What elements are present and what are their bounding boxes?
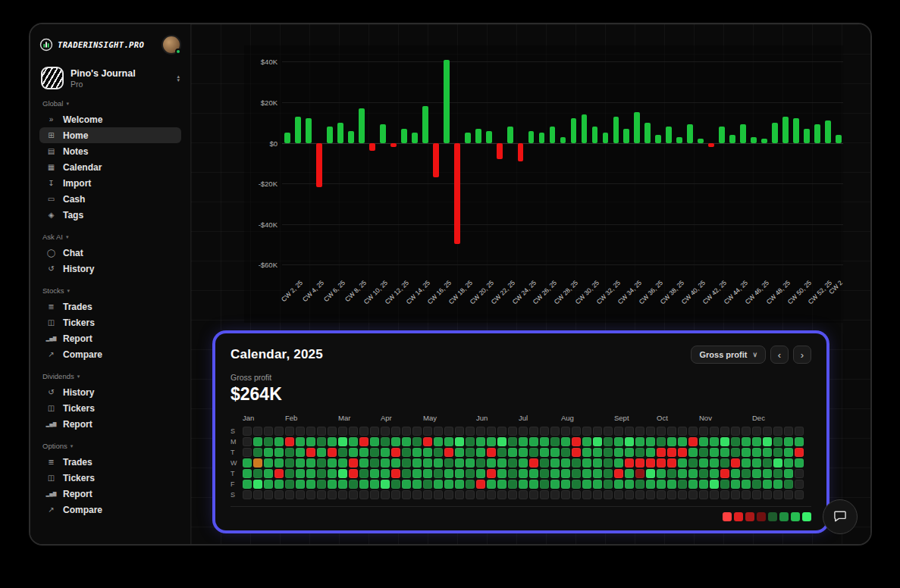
heatmap-cell[interactable] — [593, 458, 602, 468]
heatmap-cell[interactable] — [349, 458, 358, 468]
heatmap-cell[interactable] — [540, 437, 549, 446]
heatmap-cell[interactable] — [784, 448, 793, 457]
heatmap-cell[interactable] — [699, 480, 708, 489]
heatmap-cell[interactable] — [752, 437, 761, 446]
heatmap-cell[interactable] — [529, 458, 538, 468]
heatmap-cell[interactable] — [476, 458, 485, 468]
heatmap-cell[interactable] — [497, 469, 506, 478]
heatmap-cell[interactable] — [391, 469, 400, 478]
heatmap-cell[interactable] — [678, 458, 687, 468]
heatmap-cell[interactable] — [508, 458, 517, 468]
heatmap-cell[interactable] — [784, 480, 793, 489]
heatmap-cell[interactable] — [381, 458, 390, 468]
heatmap-cell[interactable] — [763, 480, 772, 489]
heatmap-cell[interactable] — [338, 480, 347, 489]
heatmap-cell[interactable] — [338, 469, 347, 478]
heatmap-cell[interactable] — [412, 458, 422, 468]
heatmap-cell[interactable] — [444, 448, 453, 457]
heatmap-cell[interactable] — [359, 458, 368, 468]
heatmap-cell[interactable] — [678, 448, 687, 457]
heatmap-cell[interactable] — [423, 480, 432, 489]
heatmap-cell[interactable] — [582, 469, 591, 478]
heatmap-cell[interactable] — [582, 480, 591, 489]
heatmap-cell[interactable] — [402, 480, 411, 489]
heatmap-cell[interactable] — [519, 480, 528, 489]
heatmap-cell[interactable] — [550, 469, 560, 478]
heatmap-cell[interactable] — [412, 480, 422, 489]
heatmap-cell[interactable] — [455, 458, 464, 468]
heatmap-cell[interactable] — [710, 469, 719, 478]
heatmap-cell[interactable] — [370, 469, 379, 478]
heatmap-cell[interactable] — [572, 448, 581, 457]
heatmap-cell[interactable] — [487, 480, 496, 489]
heatmap-cell[interactable] — [508, 448, 517, 457]
heatmap-cell[interactable] — [338, 458, 347, 468]
heatmap-cell[interactable] — [274, 437, 284, 446]
heatmap-cell[interactable] — [423, 469, 432, 478]
heatmap-cell[interactable] — [391, 458, 400, 468]
heatmap-cell[interactable] — [349, 437, 358, 446]
heatmap-cell[interactable] — [625, 437, 634, 446]
heatmap-cell[interactable] — [328, 469, 337, 478]
heatmap-cell[interactable] — [657, 448, 666, 457]
heatmap-cell[interactable] — [402, 437, 411, 446]
heatmap-cell[interactable] — [529, 480, 538, 489]
heatmap-cell[interactable] — [370, 458, 379, 468]
heatmap-cell[interactable] — [540, 458, 549, 468]
heatmap-cell[interactable] — [540, 448, 549, 457]
heatmap-cell[interactable] — [614, 458, 623, 468]
sidebar-item-stocks-report[interactable]: ▂▅▇Report — [39, 330, 181, 346]
heatmap-cell[interactable] — [359, 437, 368, 446]
heatmap-cell[interactable] — [434, 458, 443, 468]
heatmap-cell[interactable] — [572, 480, 581, 489]
heatmap-cell[interactable] — [444, 469, 453, 478]
heatmap-cell[interactable] — [274, 448, 284, 457]
heatmap-cell[interactable] — [381, 448, 390, 457]
heatmap-cell[interactable] — [667, 480, 676, 489]
heatmap-cell[interactable] — [253, 458, 262, 468]
heatmap-cell[interactable] — [614, 469, 623, 478]
heatmap-cell[interactable] — [763, 469, 772, 478]
heatmap-cell[interactable] — [742, 458, 751, 468]
heatmap-cell[interactable] — [370, 448, 379, 457]
heatmap-cell[interactable] — [572, 437, 581, 446]
heatmap-cell[interactable] — [381, 480, 390, 489]
heatmap-cell[interactable] — [264, 469, 273, 478]
heatmap-cell[interactable] — [253, 469, 262, 478]
heatmap-cell[interactable] — [423, 448, 432, 457]
heatmap-cell[interactable] — [614, 448, 623, 457]
heatmap-cell[interactable] — [487, 469, 496, 478]
heatmap-cell[interactable] — [402, 458, 411, 468]
section-header-options[interactable]: Options▾ — [42, 442, 178, 450]
heatmap-cell[interactable] — [614, 480, 623, 489]
heatmap-cell[interactable] — [285, 437, 294, 446]
metric-dropdown[interactable]: Gross profit ∨ — [691, 346, 766, 364]
heatmap-cell[interactable] — [604, 458, 613, 468]
heatmap-cell[interactable] — [678, 480, 687, 489]
heatmap-cell[interactable] — [731, 448, 740, 457]
heatmap-cell[interactable] — [550, 437, 560, 446]
heatmap-cell[interactable] — [306, 437, 315, 446]
heatmap-cell[interactable] — [625, 480, 634, 489]
sidebar-item-global-welcome[interactable]: »Welcome — [39, 111, 181, 127]
sidebar-item-dividends-tickers[interactable]: ◫Tickers — [39, 400, 181, 416]
heatmap-cell[interactable] — [243, 469, 252, 478]
heatmap-cell[interactable] — [466, 448, 475, 457]
heatmap-cell[interactable] — [572, 458, 581, 468]
heatmap-cell[interactable] — [274, 480, 284, 489]
heatmap-cell[interactable] — [752, 448, 761, 457]
heatmap-cell[interactable] — [296, 437, 305, 446]
heatmap-cell[interactable] — [784, 458, 793, 468]
heatmap-cell[interactable] — [699, 448, 708, 457]
heatmap-cell[interactable] — [444, 437, 453, 446]
heatmap-cell[interactable] — [657, 458, 666, 468]
heatmap-cell[interactable] — [561, 480, 570, 489]
heatmap-cell[interactable] — [604, 480, 613, 489]
heatmap-cell[interactable] — [561, 448, 570, 457]
heatmap-cell[interactable] — [476, 469, 485, 478]
heatmap-cell[interactable] — [657, 469, 666, 478]
heatmap-cell[interactable] — [688, 448, 698, 457]
heatmap-cell[interactable] — [657, 437, 666, 446]
heatmap-cell[interactable] — [635, 458, 644, 468]
heatmap-cell[interactable] — [243, 480, 252, 489]
